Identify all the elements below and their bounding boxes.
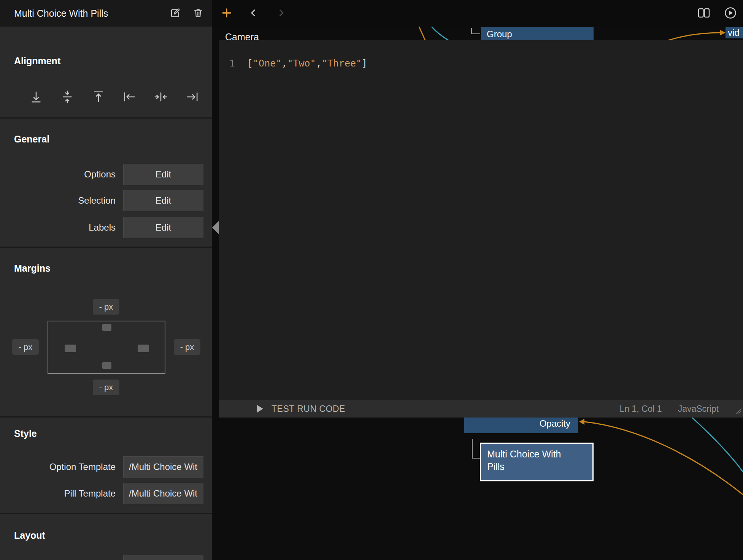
wire-arrowhead-opacity (579, 419, 584, 425)
section-style: Style Option Template /Multi Choice Wit … (0, 418, 212, 514)
align-left-icon (122, 90, 137, 105)
trash-icon (193, 8, 203, 19)
option-template-label: Option Template (0, 462, 116, 472)
code-token: , (316, 58, 322, 69)
code-token: , (281, 58, 287, 69)
wire-arrowhead-video (720, 30, 726, 35)
section-layout: Layout (0, 514, 212, 560)
code-token: "Two" (287, 58, 316, 69)
toolbar-right-group (697, 6, 737, 21)
wire-orange-top (419, 27, 425, 40)
line-number: 1 (219, 56, 242, 71)
navigate-forward-button[interactable] (275, 6, 288, 21)
section-title: Style (14, 428, 37, 439)
align-bottom-icon (29, 90, 43, 105)
add-patch-button[interactable] (220, 6, 233, 21)
selection-edit-button[interactable]: Edit (123, 190, 203, 211)
labels-row: Labels Edit (0, 217, 212, 238)
selection-label: Selection (0, 195, 116, 206)
margin-bottom-handle[interactable] (102, 362, 111, 369)
pill-template-field[interactable]: /Multi Choice Wit (123, 483, 203, 504)
margin-bottom-button[interactable]: - px (93, 380, 119, 395)
section-margins: Margins - px - px - px - px (0, 248, 212, 418)
group-node-connector (472, 28, 480, 34)
video-node[interactable]: vid (726, 27, 743, 38)
align-left-button[interactable] (122, 90, 137, 104)
section-title: Layout (14, 530, 45, 541)
run-prototype-button[interactable] (724, 6, 737, 21)
section-title: General (14, 134, 49, 145)
margin-top-button[interactable]: - px (93, 299, 119, 315)
rename-button[interactable] (167, 5, 184, 22)
wire-teal-top (432, 27, 448, 40)
code-token: "Three" (322, 58, 362, 69)
margin-left-button[interactable]: - px (12, 339, 39, 355)
align-vertical-center-button[interactable] (60, 90, 75, 104)
pill-template-label: Pill Template (0, 488, 116, 499)
language-label: JavaScript (678, 404, 719, 414)
align-right-button[interactable] (185, 90, 199, 104)
align-top-button[interactable] (91, 90, 106, 104)
options-edit-button[interactable]: Edit (123, 164, 203, 185)
alignment-controls (29, 90, 199, 104)
section-title: Alignment (14, 55, 60, 66)
node-graph-canvas[interactable]: Camera Group vid Opacity Multi Choice Wi… (212, 27, 743, 560)
margin-right-handle[interactable] (138, 345, 149, 352)
play-circle-icon (724, 6, 737, 21)
labels-edit-button[interactable]: Edit (123, 217, 203, 238)
wire-orange-bottom (584, 422, 743, 495)
code-content[interactable]: ["One","Two","Three"] (247, 56, 367, 71)
section-general: General Options Edit Selection Edit Labe… (0, 119, 212, 248)
pill-template-row: Pill Template /Multi Choice Wit (0, 483, 212, 504)
margin-right-button[interactable]: - px (174, 339, 200, 355)
chevron-right-icon (276, 8, 287, 19)
margin-top-handle[interactable] (102, 324, 111, 331)
delete-button[interactable] (190, 5, 206, 22)
inspector-title: Multi Choice With Pills (14, 8, 161, 19)
option-template-field[interactable]: /Multi Choice Wit (123, 456, 203, 478)
code-token: ] (362, 58, 367, 69)
code-editor-popover: 1 ["One","Two","Three"] TEST RUN CODE Ln… (219, 40, 743, 418)
align-top-icon (91, 90, 106, 105)
code-line-1[interactable]: 1 ["One","Two","Three"] (219, 40, 743, 71)
cursor-position: Ln 1, Col 1 (619, 404, 662, 414)
selected-node-label: Multi Choice With Pills (487, 448, 575, 473)
plus-icon (221, 7, 233, 20)
app-window: Multi Choice With Pills (0, 0, 743, 560)
align-center-horizontal-button[interactable] (154, 90, 168, 104)
split-view-icon (697, 7, 710, 20)
align-vertical-center-icon (60, 90, 75, 105)
multi-choice-with-pills-node[interactable]: Multi Choice With Pills (480, 443, 594, 481)
margin-left-handle[interactable] (65, 345, 76, 352)
margins-preview-rect (48, 321, 165, 374)
edit-pencil-icon (170, 7, 181, 20)
align-right-icon (185, 90, 199, 105)
selection-row: Selection Edit (0, 190, 212, 211)
code-token: "One" (253, 58, 281, 69)
section-title: Margins (14, 263, 51, 274)
inspector-header: Multi Choice With Pills (0, 0, 212, 27)
align-center-horizontal-icon (154, 90, 168, 105)
editor-popover-notch (212, 221, 219, 234)
test-run-code-label: TEST RUN CODE (271, 404, 345, 414)
layout-control-partial[interactable] (123, 555, 203, 560)
editor-status: Ln 1, Col 1 JavaScript (619, 404, 743, 414)
resize-grip[interactable] (734, 406, 742, 416)
editor-footer: TEST RUN CODE Ln 1, Col 1 JavaScript (219, 400, 743, 418)
navigate-back-button[interactable] (247, 6, 260, 21)
canvas-toolbar (212, 0, 743, 27)
selected-node-connector (472, 439, 480, 458)
test-run-code-button[interactable]: TEST RUN CODE (257, 404, 345, 414)
split-view-button[interactable] (697, 6, 710, 21)
code-token: [ (247, 58, 253, 69)
chevron-left-icon (248, 8, 259, 19)
align-bottom-button[interactable] (29, 90, 43, 104)
inspector-panel: Multi Choice With Pills (0, 0, 212, 560)
option-template-row: Option Template /Multi Choice Wit (0, 456, 212, 478)
options-row: Options Edit (0, 164, 212, 185)
group-node[interactable]: Group (481, 27, 594, 41)
labels-label: Labels (0, 222, 116, 233)
options-label: Options (0, 169, 116, 180)
layout-row-partial (0, 555, 212, 560)
section-alignment: Alignment (0, 27, 212, 119)
